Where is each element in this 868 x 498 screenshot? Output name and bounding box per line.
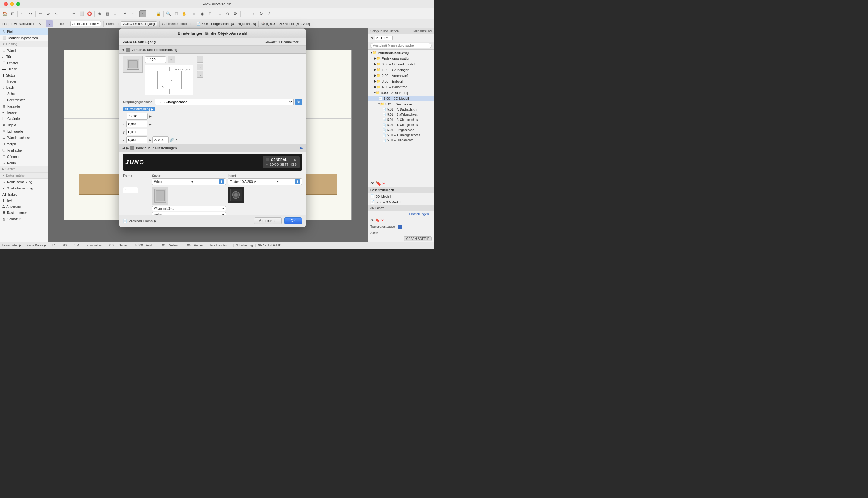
general-checkbox[interactable]	[265, 158, 269, 161]
more-tools-icon[interactable]: ⋯	[275, 10, 282, 17]
sidebar-item-schraffur[interactable]: ▨ Schraffur	[0, 216, 48, 222]
pos-val3-input[interactable]	[126, 121, 147, 128]
sidebar-item-dach[interactable]: ⌂ Dach	[0, 84, 48, 90]
statusbar-view5[interactable]: 0.00 – Gebäu...	[160, 244, 183, 247]
sidebar-item-schale[interactable]: ◡ Schale	[0, 90, 48, 97]
rotation-input[interactable]	[375, 36, 393, 40]
statusbar-scale[interactable]: 1:1	[52, 244, 59, 247]
rp-project-root[interactable]: ▾📁 Professor-Brix-Weg	[368, 50, 434, 55]
sidebar-section-dokumentation[interactable]: Dokumentation	[0, 172, 48, 179]
rp-item-staffel[interactable]: 📄 5.01 – Staffelgeschoss	[368, 112, 434, 117]
graphisoft-id-label[interactable]: GRAPHISOFT ID	[404, 236, 431, 241]
section-vorschau[interactable]: ▾ Vorschau und Positionierung	[119, 46, 306, 54]
rotation-deg-input[interactable]	[152, 136, 169, 143]
rp-item-grundlagen[interactable]: ▶📁 1.00 – Grundlagen	[368, 67, 434, 73]
pos-val2-input[interactable]	[127, 113, 148, 120]
rp-eye-icon[interactable]: 👁	[371, 181, 375, 186]
pos-v3-expand[interactable]: ▶	[149, 122, 151, 126]
rp-item-dachaufsicht[interactable]: 📄 5.01 – 4. Dachaufsicht	[368, 107, 434, 112]
rp-eye2-icon[interactable]: 👁	[371, 218, 374, 222]
rp-item-vorentwurf[interactable]: ▶📁 2.00 – Vorentwurf	[368, 73, 434, 78]
insert-dropdown[interactable]: Taster 10 A 250 V – r ▾ ℹ	[228, 178, 302, 185]
paint-icon[interactable]: 🖌	[44, 10, 52, 17]
cover-sub-dropdown[interactable]: Wippe mit Sy... ▾	[152, 206, 226, 211]
sidebar-item-fenster[interactable]: ⊞ Fenster	[0, 60, 48, 66]
minimize-button[interactable]	[10, 2, 14, 6]
ursprung-sync-btn[interactable]: ↻	[295, 99, 302, 105]
sidebar-item-oeffnung[interactable]: ◻ Öffnung	[0, 153, 48, 160]
properties-icon[interactable]: ⊙	[224, 10, 231, 17]
zoom-fit-icon[interactable]: ⊡	[173, 10, 180, 17]
sidebar-item-gelaender[interactable]: ⊢ Geländer	[0, 115, 48, 122]
window-controls[interactable]	[4, 2, 20, 6]
statusbar-view3[interactable]: 0.00 – Gebäu...	[109, 244, 133, 247]
sidebar-item-etikett[interactable]: A1 Etikett	[0, 191, 48, 197]
pos-val4-input[interactable]	[126, 129, 147, 135]
lock-icon[interactable]: 🔒	[155, 10, 162, 17]
sidebar-item-stutze[interactable]: ▮ Stütze	[0, 72, 48, 78]
rp-search-input[interactable]	[371, 43, 431, 48]
rp-item-gebaude[interactable]: ▶📁 0.00 – Gebäudemodell	[368, 61, 434, 67]
rp-item-entwurf[interactable]: ▶📁 3.00 – Entwurf	[368, 78, 434, 84]
einstellungen-link[interactable]: Einstellungen...	[409, 212, 431, 216]
rp-delete-icon[interactable]: ✕	[382, 181, 386, 186]
statusbar-graphisoft[interactable]: GRAPHISOFT ID	[258, 244, 284, 247]
rp-beschr-500[interactable]: 📄 5.00 – 3D-Modell	[368, 199, 434, 205]
sidebar-item-lichtquelle[interactable]: ☀ Lichtquelle	[0, 128, 48, 134]
sidebar-item-wandabschluss[interactable]: ⊥ Wandabschluss	[0, 134, 48, 141]
sidebar-item-pfeil[interactable]: ↖ Pfeil	[0, 28, 48, 35]
dimension-icon[interactable]: ↔	[129, 10, 137, 17]
zoom-in-icon[interactable]: 🔍	[165, 10, 172, 17]
grid-icon[interactable]: ⊞	[9, 10, 16, 17]
grid2-icon[interactable]: ▦	[104, 10, 111, 17]
redo-icon[interactable]: ↪	[27, 10, 34, 17]
sidebar-item-treppe[interactable]: ≡ Treppe	[0, 109, 48, 115]
sidebar-item-objekt[interactable]: ◈ Objekt	[0, 122, 48, 128]
zu-projektUrsprung-btn[interactable]: zu Projektursprung ▶	[123, 107, 155, 111]
sidebar-section-planung[interactable]: Planung	[0, 41, 48, 47]
insert-info-btn[interactable]: ℹ	[295, 179, 300, 184]
section-individuelle[interactable]: ◀ ▶ Individuelle Einstellungen ▶	[119, 144, 306, 152]
section-icon[interactable]: ⊞	[206, 10, 213, 17]
quantity-input[interactable]	[123, 187, 138, 193]
general-expand-icon[interactable]: ▶	[294, 158, 297, 161]
side-btn-3[interactable]: ℹ	[197, 71, 204, 78]
3d-icon[interactable]: ◈	[191, 10, 198, 17]
flip-v-icon[interactable]: ↕	[249, 10, 257, 17]
ok-button[interactable]: OK	[284, 217, 302, 224]
box-select-icon[interactable]: ⬜	[78, 10, 85, 17]
sidebar-item-freiflaeche[interactable]: ⬡ Freifläche	[0, 147, 48, 153]
sidebar-item-traeger[interactable]: ═ Träger	[0, 78, 48, 84]
line-icon[interactable]: —	[147, 10, 154, 17]
sidebar-item-radial[interactable]: ⊙ Radialbemaßung	[0, 179, 48, 185]
statusbar-view1[interactable]: 5 000 – 3D-M...	[61, 244, 85, 247]
mirror-icon[interactable]: ⇄	[265, 10, 272, 17]
pencil-icon[interactable]: ✏	[37, 10, 44, 17]
rotation-link-icon[interactable]: 🔗	[170, 138, 174, 142]
rotation-more-icon[interactable]: ⋮	[175, 138, 178, 142]
scissors-icon[interactable]: ✂	[70, 10, 77, 17]
cover-dropdown[interactable]: Wippen ▾ ℹ	[152, 178, 226, 185]
sidebar-item-raum[interactable]: ⊕ Raum	[0, 160, 48, 166]
cursor-mode-icon[interactable]: ↖	[46, 20, 53, 27]
rp-item-projektorg[interactable]: ▶📁 Projektorganisation	[368, 55, 434, 61]
statusbar-schattierung[interactable]: Schattierung	[236, 244, 256, 247]
rp-item-2og[interactable]: 📄 5.01 – 2. Obergeschoss	[368, 117, 434, 122]
sidebar-item-raster[interactable]: ⊞ Rasterelement	[0, 209, 48, 216]
pos-value-1[interactable]	[145, 56, 166, 63]
rp-beschr-3dmodell[interactable]: 📄 3D-Modell	[368, 193, 434, 199]
sidebar-item-wand[interactable]: ▭ Wand	[0, 47, 48, 54]
rp-item-eg[interactable]: 📄 5.01 – Erdgeschoss	[368, 128, 434, 133]
sidebar-item-tuer[interactable]: ⌐ Tür	[0, 54, 48, 60]
footer-layer-arrow[interactable]: ▶	[154, 219, 157, 223]
undo-icon[interactable]: ↩	[19, 10, 26, 17]
cancel-button[interactable]: Abbrechen	[254, 217, 282, 224]
rp-bookmark2-icon[interactable]: 🔖	[375, 218, 380, 222]
statusbar-view2[interactable]: Komplettes...	[87, 244, 107, 247]
ind-expand-icon[interactable]: ▶	[300, 146, 302, 150]
cover-color-dropdown[interactable]: weiss ▾	[152, 212, 226, 214]
snap-icon[interactable]: ⊕	[96, 10, 103, 17]
rp-bookmark-icon[interactable]: 🔖	[376, 181, 381, 186]
flip-h-icon[interactable]: ↔	[242, 10, 249, 17]
align-icon[interactable]: ≡	[112, 10, 119, 17]
